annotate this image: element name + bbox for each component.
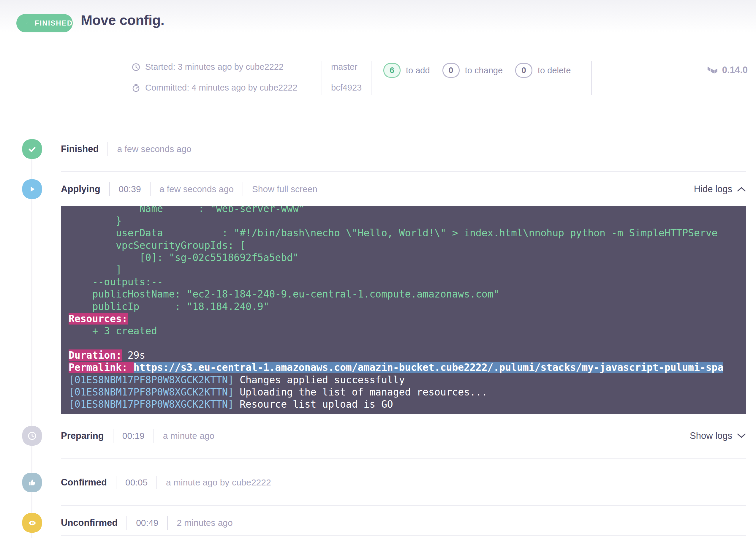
divider [150, 182, 150, 196]
log-segment: [0]: "sg-02c5518692f5a5ebd" [69, 252, 299, 263]
log-segment: } [69, 215, 122, 227]
divider [109, 182, 110, 196]
timeline-row-applying: Applying 00:39 a few seconds ago Show fu… [61, 179, 746, 199]
clock-icon [132, 63, 140, 72]
log-segment: Resource list upload is GO [234, 399, 393, 410]
check-icon [27, 144, 36, 153]
status-icon-applying [22, 179, 42, 199]
chevron-down-icon [737, 433, 746, 439]
stage-time: a minute ago by cube2222 [166, 477, 271, 488]
log-segment: + 3 created [69, 325, 157, 337]
stage-label: Confirmed [61, 477, 107, 488]
log-line: + 3 created [69, 325, 746, 337]
log-segment: --outputs:-- [69, 276, 163, 288]
log-line: } [69, 215, 746, 227]
timeline-row-confirmed: Confirmed 00:05 a minute ago by cube2222 [61, 473, 746, 492]
log-line: Permalink: https://s3.eu-central-1.amazo… [69, 361, 746, 373]
log-segment: Duration: [69, 350, 122, 361]
show-logs-label: Show logs [690, 431, 732, 441]
log-segment: Permalink: [69, 362, 134, 373]
stage-time: a few seconds ago [117, 144, 191, 154]
log-line: publicHostName: "ec2-18-184-240-9.eu-cen… [69, 288, 746, 300]
log-permalink[interactable]: https://s3.eu-central-1.amazonaws.com/am… [134, 362, 724, 373]
to-delete-label: to delete [538, 66, 571, 76]
meta-times: Started: 3 minutes ago by cube2222 Commi… [132, 61, 322, 95]
committed-row: Committed: 4 minutes ago by cube2222 [132, 83, 322, 93]
status-icon-finished [22, 139, 42, 159]
log-segment: Uploading the list of managed resources.… [234, 386, 487, 398]
log-line: [01ES8NBM17PF8P0W8XGCK2KTTN] Resource li… [69, 398, 746, 410]
show-full-screen-button[interactable]: Show full screen [252, 184, 317, 194]
log-line: [0]: "sg-02c5518692f5a5ebd" [69, 251, 746, 264]
started-row: Started: 3 minutes ago by cube2222 [132, 62, 322, 72]
divider [153, 429, 154, 443]
divider [113, 429, 113, 443]
started-text: Started: 3 minutes ago by cube2222 [145, 62, 284, 72]
spacer [592, 61, 707, 95]
divider [107, 142, 108, 156]
show-logs-button[interactable]: Show logs [690, 431, 746, 441]
timeline-row-preparing: Preparing 00:19 a minute ago Show logs [61, 426, 746, 446]
log-line: [01ES8NBM17PF8P0W8XGCK2KTTN] Uploading t… [69, 386, 746, 398]
log-line: ] [69, 264, 746, 276]
terraform-version-text: 0.14.0 [722, 65, 748, 76]
commit-hash[interactable]: bcf4923 [331, 83, 371, 93]
divider [116, 476, 116, 489]
log-segment: ] [69, 264, 122, 276]
log-line: Name : "web-server-www" [69, 206, 746, 215]
stage-duration: 00:05 [125, 477, 147, 488]
log-segment: Resources: [69, 313, 128, 325]
to-add-count: 6 [383, 63, 401, 78]
branch-name[interactable]: master [331, 62, 371, 72]
log-line: --outputs:-- [69, 276, 746, 288]
stage-duration: 00:39 [119, 184, 141, 194]
terraform-version: 0.14.0 [707, 63, 748, 77]
stage-duration: 00:49 [136, 518, 158, 528]
thumbs-up-icon [27, 478, 36, 487]
timeline-row-unconfirmed: Unconfirmed 00:49 2 minutes ago [61, 513, 746, 533]
timeline-row-finished: Finished a few seconds ago [61, 139, 746, 159]
log-line: Duration: 29s [69, 349, 746, 361]
log-output: Name : "web-server-www" } userData : "#!… [61, 206, 746, 410]
log-segment: 29s [122, 350, 145, 361]
log-segment: Name : "web-server-www" [69, 206, 305, 214]
play-icon [27, 185, 36, 193]
log-segment: [01ES8NBM17PF8P0W8XGCK2KTTN] [69, 386, 234, 398]
log-segment: publicHostName: "ec2-18-184-240-9.eu-cen… [69, 288, 499, 300]
row-divider [61, 171, 746, 172]
divider [243, 182, 243, 196]
log-segment: vpcSecurityGroupIds: [ [69, 240, 245, 251]
log-segment: [01ES8NBM17PF8P0W8XGCK2KTTN] [69, 399, 234, 410]
branch-info: master bcf4923 [322, 61, 371, 95]
to-delete-count: 0 [515, 63, 532, 78]
stage-time: a few seconds ago [159, 184, 234, 194]
status-icon-preparing [22, 426, 42, 446]
stage-duration: 00:19 [122, 431, 145, 441]
status-icon-confirmed [22, 473, 42, 492]
to-add-badge: 6 to add [383, 63, 430, 78]
divider [127, 516, 127, 530]
stage-label: Finished [61, 144, 99, 154]
status-badge: FINISHED [16, 14, 73, 32]
stage-label: Unconfirmed [61, 517, 118, 528]
log-terminal[interactable]: Name : "web-server-www" } userData : "#!… [61, 206, 746, 414]
run-meta: Started: 3 minutes ago by cube2222 Commi… [132, 61, 748, 95]
stage-time: a minute ago [163, 431, 214, 441]
log-line: Resources: [69, 313, 746, 325]
hide-logs-label: Hide logs [694, 184, 732, 194]
to-add-label: to add [406, 66, 430, 76]
row-divider [61, 458, 746, 459]
hide-logs-button[interactable]: Hide logs [694, 184, 746, 194]
log-line: vpcSecurityGroupIds: [ [69, 239, 746, 251]
status-icon-unconfirmed [22, 513, 42, 533]
log-line: publicIp : "18.184.240.9" [69, 300, 746, 313]
clock-icon [27, 431, 37, 441]
row-divider [61, 505, 746, 506]
to-change-count: 0 [442, 63, 459, 78]
to-delete-badge: 0 to delete [515, 63, 571, 78]
status-badge-label: FINISHED [35, 19, 73, 27]
divider [167, 516, 168, 530]
check-icon [27, 19, 27, 27]
chevron-up-icon [737, 187, 746, 192]
stopwatch-icon [132, 83, 140, 92]
